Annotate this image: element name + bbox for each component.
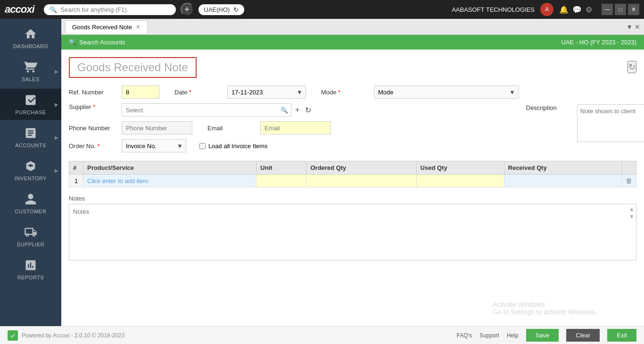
row-order-no: Order No. * Invoice No. ▼ — [69, 139, 519, 152]
email-input[interactable] — [260, 121, 331, 134]
window-controls: ― □ ✕ — [602, 4, 639, 15]
main-layout: DASHBOARD SALES ▶ PURCHASE ▶ ACCOUNTS ▶ … — [0, 19, 644, 326]
add-button[interactable]: + — [181, 3, 194, 16]
notes-label: Notes — [69, 195, 636, 202]
date-input[interactable] — [228, 87, 294, 98]
refresh-icon[interactable]: ↻ — [233, 6, 239, 13]
col-ordered-qty: Ordered Qty — [306, 161, 416, 175]
content-area: Goods Received Note ✕ ▼ ✕ 🔍 Search Accou… — [61, 19, 644, 326]
phone-label: Phone Number — [69, 125, 116, 132]
col-num: # — [69, 161, 83, 175]
save-button[interactable]: Save — [526, 329, 559, 342]
delete-cell: 🗑 — [622, 175, 636, 187]
tab-prev-button[interactable]: ▼ — [626, 23, 633, 31]
minimize-button[interactable]: ― — [602, 4, 613, 15]
reports-icon — [24, 259, 37, 272]
purchase-arrow-icon: ▶ — [55, 102, 58, 107]
search-accounts-button[interactable]: 🔍 Search Accounts — [69, 39, 125, 46]
topbar-icons: 🔔 💬 ⚙ — [559, 5, 592, 14]
date-required: * — [189, 89, 191, 96]
sidebar-item-supplier[interactable]: SUPPLIER — [0, 221, 61, 252]
global-search[interactable]: 🔍 — [44, 4, 176, 15]
notes-scroll-up[interactable]: ▲ — [629, 206, 635, 212]
faq-link[interactable]: FAQ's — [457, 332, 472, 339]
tab-controls: ▼ ✕ — [626, 23, 640, 31]
supplier-input[interactable] — [122, 105, 278, 116]
date-label: Date * — [174, 89, 222, 96]
delete-row-button[interactable]: 🗑 — [626, 177, 632, 185]
sidebar-label-inventory: INVENTORY — [15, 176, 47, 181]
supplier-icon — [24, 226, 37, 239]
tab-close-icon[interactable]: ✕ — [136, 24, 140, 30]
phone-input — [122, 121, 192, 134]
used-qty-cell[interactable] — [416, 175, 504, 187]
col-unit: Unit — [256, 161, 306, 175]
tab-bar: Goods Received Note ✕ ▼ ✕ — [61, 19, 644, 35]
unit-cell[interactable] — [256, 175, 306, 187]
app-logo: accoxi — [5, 3, 34, 16]
product-cell[interactable]: Click enter to add item — [83, 175, 256, 187]
supplier-input-wrapper[interactable]: 🔍 — [122, 103, 291, 117]
description-textarea[interactable] — [577, 104, 644, 142]
branch-label: UAE(HO) — [204, 6, 230, 13]
tab-title: Goods Received Note — [72, 24, 132, 31]
sidebar-item-dashboard[interactable]: DASHBOARD — [0, 23, 61, 54]
exit-button[interactable]: Exit — [607, 329, 636, 342]
purchase-icon — [24, 93, 37, 107]
email-label: Email — [207, 125, 255, 132]
cart-icon — [24, 60, 37, 74]
footer-logo — [8, 330, 18, 341]
help-link[interactable]: Help — [507, 332, 519, 339]
doc-area: 🔍 Search Accounts UAE - HO (FY 2023 - 20… — [61, 35, 644, 326]
tab-close-all-button[interactable]: ✕ — [635, 23, 640, 31]
date-input-wrapper[interactable]: ▼ — [227, 85, 306, 99]
supplier-required: * — [93, 103, 95, 110]
doc-form: Goods Received Note ↻ Ref. Number Date * — [61, 50, 644, 326]
chat-icon[interactable]: 💬 — [572, 5, 582, 14]
col-received-qty: Received Qty — [504, 161, 621, 175]
search-icon: 🔍 — [50, 6, 57, 13]
branch-selector[interactable]: UAE(HO) ↻ — [198, 4, 245, 15]
sidebar-item-customer[interactable]: CUSTOMER — [0, 188, 61, 219]
two-col-form: Ref. Number Date * ▼ Mode — [69, 85, 636, 157]
doc-title: Goods Received Note — [77, 61, 188, 74]
order-select-wrapper[interactable]: Invoice No. ▼ — [122, 139, 186, 152]
sidebar-label-supplier: SUPPLIER — [17, 242, 44, 247]
close-button[interactable]: ✕ — [628, 4, 639, 15]
accounts-arrow-icon: ▶ — [55, 135, 58, 140]
sales-arrow-icon: ▶ — [55, 69, 58, 74]
sidebar-label-purchase: PURCHASE — [15, 109, 46, 115]
notes-scroll-down[interactable]: ▼ — [629, 213, 635, 220]
received-qty-cell[interactable] — [504, 175, 621, 187]
sidebar-item-accounts[interactable]: ACCOUNTS ▶ — [0, 122, 61, 153]
left-form: Ref. Number Date * ▼ Mode — [69, 85, 519, 157]
tab-goods-received-note[interactable]: Goods Received Note ✕ — [65, 20, 148, 34]
sidebar-item-inventory[interactable]: INVENTORY ▶ — [0, 155, 61, 186]
ordered-qty-cell[interactable] — [306, 175, 416, 187]
clear-button[interactable]: Clear — [566, 329, 600, 342]
supplier-add-button[interactable]: + — [293, 105, 301, 115]
customer-icon — [24, 193, 37, 206]
mode-select-wrapper[interactable]: Mode ▼ — [374, 85, 519, 99]
sidebar-item-reports[interactable]: REPORTS — [0, 254, 61, 285]
mode-select[interactable]: Mode — [374, 87, 506, 98]
row-phone-email: Phone Number Email — [69, 121, 519, 134]
date-dropdown-icon[interactable]: ▼ — [294, 89, 305, 96]
supplier-search-icon[interactable]: 🔍 — [278, 107, 291, 114]
sidebar-item-sales[interactable]: SALES ▶ — [0, 56, 61, 87]
order-required: * — [98, 143, 100, 150]
maximize-button[interactable]: □ — [615, 4, 626, 15]
supplier-refresh-button[interactable]: ↻ — [303, 105, 313, 116]
supplier-label: Supplier * — [69, 103, 116, 110]
gear-icon[interactable]: ⚙ — [586, 5, 592, 14]
table-row: 1 Click enter to add item 🗑 — [69, 175, 636, 187]
refresh-doc-button[interactable]: ↻ — [627, 61, 636, 73]
bell-icon[interactable]: 🔔 — [559, 5, 569, 14]
notes-textarea[interactable] — [69, 204, 636, 260]
search-input[interactable] — [61, 6, 170, 13]
order-select[interactable]: Invoice No. — [122, 141, 174, 151]
sidebar-item-purchase[interactable]: PURCHASE ▶ — [0, 89, 61, 120]
load-items-checkbox[interactable] — [199, 143, 206, 149]
ref-number-input[interactable] — [122, 85, 159, 99]
support-link[interactable]: Support — [479, 332, 499, 339]
